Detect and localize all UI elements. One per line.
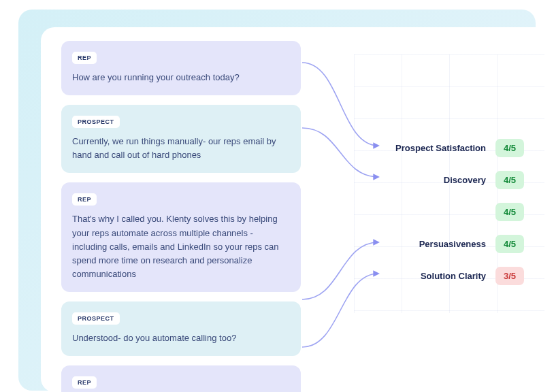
metric-score: 4/5	[495, 171, 524, 189]
metric-label: Discovery	[444, 175, 486, 185]
metric-label: Prospect Satisfaction	[395, 143, 486, 153]
chat-bubble-prospect: PROSPECT Understood- do you automate cal…	[61, 301, 301, 356]
chat-bubble-rep: REP Yes, Klenty has a Parallel Dialer wi…	[61, 365, 301, 392]
metric-row: Discovery 4/5	[368, 164, 524, 196]
chat-bubble-prospect: PROSPECT Currently, we run things manual…	[61, 105, 301, 173]
metric-row: Solution Clarity 3/5	[368, 260, 524, 292]
chat-bubble-rep: REP That's why I called you. Klenty solv…	[61, 182, 301, 292]
metric-row: Prospect Satisfaction 4/5	[368, 132, 524, 164]
metric-row: 4/5	[368, 196, 524, 228]
metric-label: Persuasiveness	[419, 239, 486, 249]
chat-text: How are you running your outreach today?	[72, 71, 290, 84]
metrics-column: Prospect Satisfaction 4/5 Discovery 4/5 …	[368, 68, 524, 292]
metric-label: Solution Clarity	[421, 271, 486, 281]
role-tag: PROSPECT	[72, 312, 120, 325]
chat-text: That's why I called you. Klenty solves t…	[72, 212, 290, 281]
chat-column: REP How are you running your outreach to…	[61, 41, 301, 392]
metric-score: 4/5	[495, 203, 524, 221]
metric-score: 3/5	[495, 267, 524, 285]
metric-score: 4/5	[495, 235, 524, 253]
chat-text: Understood- do you automate calling too?	[72, 331, 290, 345]
chat-bubble-rep: REP How are you running your outreach to…	[61, 41, 301, 95]
role-tag: REP	[72, 193, 97, 206]
role-tag: PROSPECT	[72, 116, 120, 128]
role-tag: REP	[72, 376, 97, 389]
metric-score: 4/5	[495, 139, 524, 157]
metric-row: Persuasiveness 4/5	[368, 228, 524, 260]
chat-text: Currently, we run things manually- our r…	[72, 135, 290, 162]
role-tag: REP	[72, 52, 97, 64]
